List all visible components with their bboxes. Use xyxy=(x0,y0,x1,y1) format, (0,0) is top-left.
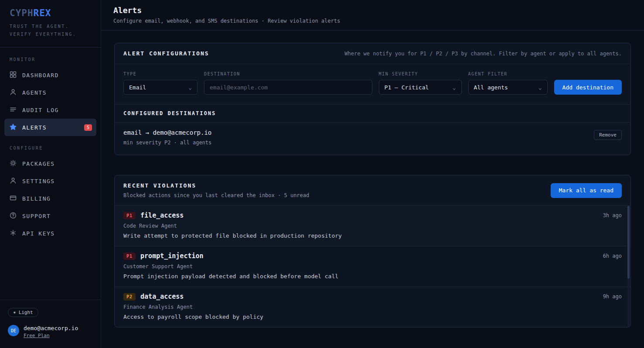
alert-configurations-header: ALERT CONFIGURATIONS Where we notify you… xyxy=(115,43,630,64)
mark-all-read-button[interactable]: Mark all as read xyxy=(551,183,622,198)
violation-type: data_access xyxy=(140,293,184,300)
logo-text-accent: REX xyxy=(34,8,51,18)
destination-meta: min severity P2 · all agents xyxy=(123,140,211,146)
logo: CYPHREX xyxy=(10,8,91,18)
destination-label: DESTINATION xyxy=(204,72,372,76)
logo-text-primary: CYPH xyxy=(10,8,34,18)
sidebar-item-audit-log[interactable]: AUDIT LOG xyxy=(4,101,96,119)
destination-field: DESTINATION xyxy=(204,72,372,95)
type-select-value: Email xyxy=(129,84,146,91)
user-row: DE demo@acmecorp.io Free Plan xyxy=(8,325,93,338)
list-icon xyxy=(10,106,17,114)
sidebar-item-api-keys[interactable]: API KEYS xyxy=(4,225,96,242)
content-area: ALERT CONFIGURATIONS Where we notify you… xyxy=(101,31,644,340)
sidebar-item-label: API KEYS xyxy=(22,230,55,237)
severity-select-value: P1 — Critical xyxy=(385,84,429,91)
sidebar-item-packages[interactable]: PACKAGES xyxy=(4,155,96,172)
type-field: TYPE Email ⌄ xyxy=(123,72,198,95)
sidebar-footer: ✶ Light DE demo@acmecorp.io Free Plan xyxy=(0,300,101,348)
violations-list: P1 file_access 3h ago Code Review Agent … xyxy=(115,206,630,327)
section-label-monitor: MONITOR xyxy=(0,48,101,66)
violations-scrollbar-thumb[interactable] xyxy=(627,206,630,279)
person-icon xyxy=(10,89,17,97)
violation-type: prompt_injection xyxy=(140,252,204,260)
user-plan-link[interactable]: Free Plan xyxy=(24,333,50,338)
violation-head: P2 data_access 9h ago xyxy=(123,293,622,300)
sidebar-item-label: SETTINGS xyxy=(22,178,55,184)
severity-badge: P1 xyxy=(123,212,136,219)
sidebar-item-billing[interactable]: BILLING xyxy=(4,190,96,207)
destination-name: email → demo@acmecorp.io xyxy=(123,129,211,136)
page-header: Alerts Configure email, webhook, and SMS… xyxy=(101,0,644,31)
alert-configurations-card: ALERT CONFIGURATIONS Where we notify you… xyxy=(114,43,631,155)
sidebar-item-label: ALERTS xyxy=(22,124,47,131)
type-label: TYPE xyxy=(123,72,198,76)
theme-toggle-button[interactable]: ✶ Light xyxy=(8,308,38,317)
violation-description: Prompt injection payload detected and bl… xyxy=(123,273,622,280)
section-label-configure: CONFIGURE xyxy=(0,136,101,155)
recent-violations-subtitle: Blocked actions since you last cleared t… xyxy=(123,192,309,198)
violation-head: P1 file_access 3h ago xyxy=(123,212,622,219)
chevron-down-icon: ⌄ xyxy=(453,84,456,91)
configured-destinations-title: CONFIGURED DESTINATIONS xyxy=(115,105,630,123)
tagline-line-1: TRUST THE AGENT. xyxy=(10,23,91,31)
logo-block: CYPHREX TRUST THE AGENT. VERIFY EVERYTHI… xyxy=(0,0,101,47)
violation-head: P1 prompt_injection 6h ago xyxy=(123,252,622,260)
chevron-down-icon: ⌄ xyxy=(538,84,542,91)
alert-configurations-description: Where we notify you for P1 / P2 / P3 by … xyxy=(344,51,622,57)
agent-filter-select[interactable]: All agents ⌄ xyxy=(468,80,548,95)
person-icon xyxy=(10,177,17,185)
violation-time: 6h ago xyxy=(603,253,622,259)
theme-toggle-label: Light xyxy=(19,310,33,315)
sidebar-item-settings[interactable]: SETTINGS xyxy=(4,172,96,190)
sidebar-item-label: DASHBOARD xyxy=(22,72,59,78)
violation-agent: Customer Support Agent xyxy=(123,263,622,270)
page-subtitle: Configure email, webhook, and SMS destin… xyxy=(113,18,632,24)
tagline: TRUST THE AGENT. VERIFY EVERYTHING. xyxy=(10,23,91,38)
violation-row[interactable]: P1 file_access 3h ago Code Review Agent … xyxy=(115,206,630,246)
sidebar-item-agents[interactable]: AGENTS xyxy=(4,84,96,101)
violation-row[interactable]: P1 prompt_injection 6h ago Customer Supp… xyxy=(115,246,630,287)
violation-time: 3h ago xyxy=(603,212,622,218)
alerts-count-badge: 5 xyxy=(84,124,92,131)
violation-type: file_access xyxy=(140,212,184,219)
sidebar-item-support[interactable]: SUPPORT xyxy=(4,207,96,225)
alert-configurations-title: ALERT CONFIGURATIONS xyxy=(123,50,209,57)
sidebar-item-dashboard[interactable]: DASHBOARD xyxy=(4,66,96,84)
recent-violations-header: RECENT VIOLATIONS Blocked actions since … xyxy=(115,175,630,206)
card-icon xyxy=(10,194,17,203)
grid-icon xyxy=(10,71,17,79)
destination-input[interactable] xyxy=(204,80,372,95)
avatar: DE xyxy=(8,325,19,336)
violation-description: Write attempt to protected file blocked … xyxy=(123,232,622,239)
violations-scrollbar xyxy=(627,206,630,327)
page-title: Alerts xyxy=(113,6,632,15)
remove-destination-button[interactable]: Remove xyxy=(594,130,622,140)
severity-field: MIN SEVERITY P1 — Critical ⌄ xyxy=(379,72,462,95)
sidebar-item-label: AGENTS xyxy=(22,89,47,96)
sun-icon xyxy=(10,160,17,168)
type-select[interactable]: Email ⌄ xyxy=(123,80,198,95)
sidebar: CYPHREX TRUST THE AGENT. VERIFY EVERYTHI… xyxy=(0,0,101,348)
help-circle-icon xyxy=(10,212,17,220)
severity-select[interactable]: P1 — Critical ⌄ xyxy=(379,80,462,95)
sidebar-item-label: AUDIT LOG xyxy=(22,107,59,113)
tagline-line-2: VERIFY EVERYTHING. xyxy=(10,31,91,38)
severity-badge: P1 xyxy=(123,252,136,260)
agent-filter-select-value: All agents xyxy=(474,84,508,91)
violation-description: Access to payroll scope blocked by polic… xyxy=(123,314,622,320)
destination-info: email → demo@acmecorp.io min severity P2… xyxy=(123,129,211,146)
main-content: Alerts Configure email, webhook, and SMS… xyxy=(101,0,644,348)
violation-row[interactable]: P2 data_access 9h ago Finance Analysis A… xyxy=(115,287,630,327)
destination-row: email → demo@acmecorp.io min severity P2… xyxy=(115,123,630,155)
recent-violations-heading: RECENT VIOLATIONS Blocked actions since … xyxy=(123,182,309,198)
sidebar-item-label: PACKAGES xyxy=(22,160,55,167)
agent-filter-label: AGENT FILTER xyxy=(468,72,548,76)
violation-time: 9h ago xyxy=(603,293,622,300)
asterisk-icon xyxy=(10,229,17,238)
severity-badge: P2 xyxy=(123,293,136,300)
sidebar-item-label: BILLING xyxy=(22,195,51,202)
add-destination-button[interactable]: Add destination xyxy=(554,80,622,95)
sidebar-item-alerts[interactable]: ALERTS 5 xyxy=(4,119,96,136)
user-email: demo@acmecorp.io xyxy=(24,325,78,331)
